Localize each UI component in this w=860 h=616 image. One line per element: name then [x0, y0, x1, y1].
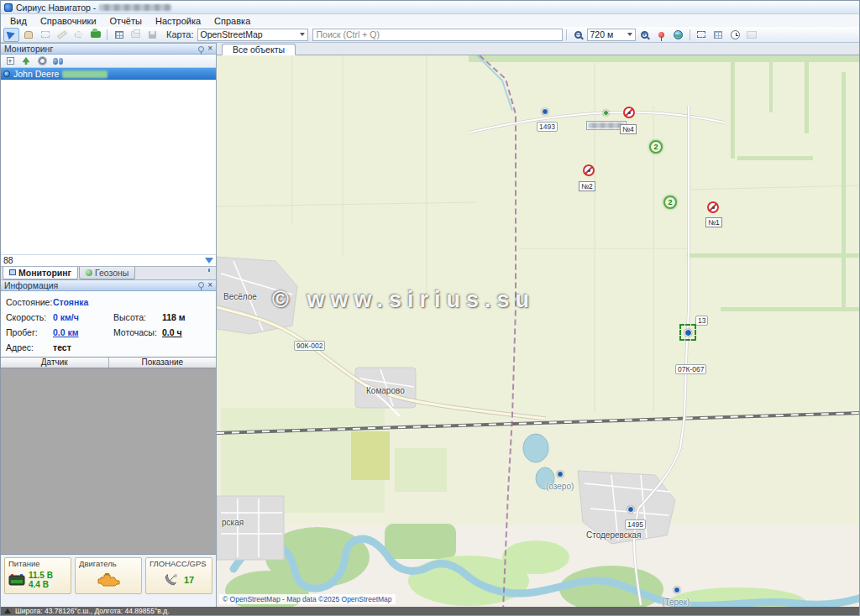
- time-button[interactable]: [727, 28, 743, 42]
- menu-reports[interactable]: Отчёты: [103, 14, 149, 27]
- selected-vehicle-marker[interactable]: [679, 324, 696, 341]
- cluster-marker[interactable]: 2: [649, 140, 663, 154]
- image-icon: [747, 31, 757, 39]
- search-box: [312, 29, 563, 41]
- monitoring-panel-header: Мониторинг ×: [1, 43, 216, 55]
- water-label-terek: (Терек): [662, 598, 690, 607]
- sensor-col-header[interactable]: Датчик: [1, 358, 109, 368]
- point-badge-n1: №1: [705, 217, 722, 227]
- map-scale-value: 720 м: [590, 29, 614, 39]
- speed-value: 0 км/ч: [53, 312, 113, 322]
- no-entry-marker[interactable]: [707, 201, 719, 213]
- title-bar: Сириус Навигатор -: [1, 1, 859, 14]
- power-gauge: Питание 11.5 В 4.4 В: [4, 557, 71, 594]
- map-marker-dot[interactable]: [627, 506, 634, 513]
- tab-geozones[interactable]: Геозоны: [79, 267, 135, 279]
- map-scale-select[interactable]: 720 м: [587, 29, 636, 41]
- water-label-ozero: (озеро): [546, 482, 574, 491]
- center-marker-button[interactable]: [653, 28, 669, 42]
- hours-value[interactable]: 0.0 ч: [162, 327, 211, 337]
- engine-icon: [97, 572, 120, 587]
- point-badge-n4: №4: [620, 124, 637, 134]
- monitoring-toolbar: +: [1, 55, 216, 68]
- sirius-watermark: © www.sirius.su: [272, 287, 535, 313]
- cluster-marker[interactable]: 2: [663, 196, 677, 209]
- layers-icon: [714, 31, 722, 39]
- zoom-in-icon: +: [641, 31, 648, 39]
- zoom-window-button[interactable]: [37, 28, 53, 42]
- chevron-down-icon: [300, 33, 305, 36]
- tab-monitoring[interactable]: Мониторинг: [3, 267, 78, 279]
- show-all-map-button[interactable]: [670, 28, 686, 42]
- altitude-label: Высота:: [113, 312, 162, 322]
- battery-icon: [8, 573, 25, 586]
- mileage-label: Пробег:: [6, 327, 53, 337]
- info-panel-body: Состояние: Стоянка Скорость: 0 км/ч Высо…: [1, 291, 216, 357]
- monitor-icon: [9, 269, 16, 275]
- track-vehicle-button[interactable]: [87, 28, 103, 42]
- tree-filter-input[interactable]: [3, 255, 171, 265]
- close-icon[interactable]: ×: [207, 44, 212, 53]
- engine-gauge-title: Двигатель: [79, 559, 117, 568]
- menu-view[interactable]: Вид: [3, 14, 34, 27]
- address-value: тест: [53, 342, 211, 352]
- address-label: Адрес:: [6, 342, 53, 352]
- map-provider-value: OpenStreetMap: [201, 29, 263, 39]
- polygon-button[interactable]: [71, 28, 87, 42]
- hand-icon: [24, 31, 33, 39]
- gps-satellite-count: 17: [184, 575, 194, 585]
- app-icon: [4, 3, 13, 12]
- table-report-button[interactable]: [111, 28, 127, 42]
- measure-button[interactable]: [54, 28, 70, 42]
- monitoring-settings-button[interactable]: [35, 55, 49, 67]
- left-panel-tabs: Мониторинг Геозоны: [1, 266, 216, 279]
- power-gauge-title: Питание: [8, 559, 40, 568]
- track-history-button[interactable]: [711, 28, 726, 42]
- map-tab-all-objects[interactable]: Все объекты: [222, 44, 296, 55]
- gps-gauge: ГЛОНАСС/GPS 17: [145, 557, 212, 594]
- window-title-redacted: [99, 4, 171, 11]
- state-value: Стоянка: [53, 297, 211, 307]
- no-entry-marker[interactable]: [623, 107, 635, 118]
- find-object-button[interactable]: [51, 55, 65, 67]
- map-marker-dot[interactable]: [557, 471, 564, 478]
- road-badge-1493: 1493: [537, 122, 558, 132]
- zoom-in-button[interactable]: +: [637, 28, 653, 42]
- map-marker-dot[interactable]: [674, 587, 680, 593]
- map-pin-icon: [658, 32, 664, 38]
- road-badge-90k002: 90К-002: [294, 341, 325, 351]
- zoom-out-button[interactable]: −: [570, 28, 586, 42]
- pan-tool-button[interactable]: [20, 28, 36, 42]
- map-canvas[interactable]: © www.sirius.su Весёлое Комарово Стодере…: [217, 55, 859, 607]
- mileage-value[interactable]: 0.0 км: [53, 327, 113, 337]
- group-view-button[interactable]: [19, 55, 33, 67]
- gear-icon: [39, 57, 46, 65]
- expand-all-button[interactable]: +: [3, 55, 17, 67]
- road-badge-07k067: 07К-067: [675, 364, 706, 374]
- print-button[interactable]: [128, 28, 144, 42]
- save-button[interactable]: [144, 28, 160, 42]
- fit-extent-button[interactable]: [694, 28, 710, 42]
- pin-icon[interactable]: [198, 46, 204, 52]
- screenshot-button[interactable]: [744, 28, 760, 42]
- menu-settings[interactable]: Настройка: [149, 14, 207, 27]
- search-input[interactable]: [312, 29, 563, 41]
- close-icon[interactable]: ×: [207, 281, 212, 290]
- menu-help[interactable]: Справка: [207, 14, 257, 27]
- map-marker-dot[interactable]: [542, 108, 548, 115]
- polygon-icon: [75, 31, 83, 38]
- reading-col-header[interactable]: Показание: [109, 358, 217, 368]
- no-entry-marker[interactable]: [583, 164, 595, 176]
- resize-grip-icon: [4, 608, 11, 613]
- map-provider-select[interactable]: OpenStreetMap: [197, 29, 308, 41]
- filter-funnel-icon[interactable]: [205, 258, 213, 264]
- tree-item-vehicle[interactable]: John Deere: [1, 68, 216, 80]
- map-marker-dot-green[interactable]: [603, 110, 609, 116]
- map-panel: Все объекты: [217, 43, 859, 607]
- pin-icon[interactable]: [198, 282, 204, 288]
- left-panel: Мониторинг × + John Deere: [1, 43, 217, 607]
- menu-directories[interactable]: Справочники: [34, 14, 103, 27]
- pointer-tool-button[interactable]: [3, 28, 19, 42]
- globe-icon: [674, 30, 683, 39]
- pointer-icon: [7, 29, 17, 39]
